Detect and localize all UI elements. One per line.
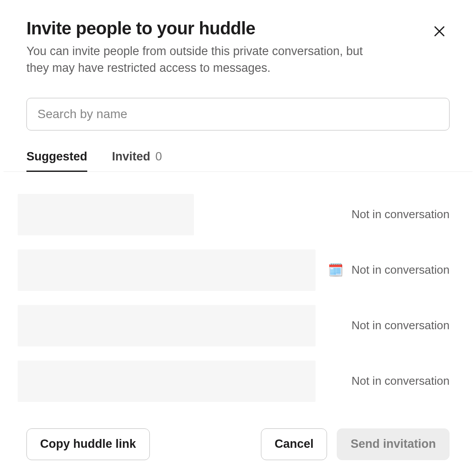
user-placeholder <box>18 194 194 235</box>
tab-invited-count: 0 <box>156 150 162 163</box>
invite-modal: Invite people to your huddle You can inv… <box>0 0 476 476</box>
row-right: Not in conversation <box>343 208 450 221</box>
status-text: Not in conversation <box>351 208 450 221</box>
suggested-row[interactable]: 🗓️ Not in conversation <box>18 249 450 291</box>
user-placeholder <box>18 305 316 346</box>
status-text: Not in conversation <box>351 374 450 388</box>
suggested-row[interactable]: Not in conversation <box>18 194 450 235</box>
modal-title: Invite people to your huddle <box>26 19 388 38</box>
modal-header: Invite people to your huddle You can inv… <box>26 19 450 77</box>
modal-footer: Copy huddle link Cancel Send invitation <box>26 427 450 460</box>
copy-link-button[interactable]: Copy huddle link <box>26 428 150 460</box>
close-button[interactable] <box>429 21 450 41</box>
status-text: Not in conversation <box>351 263 450 277</box>
search-input[interactable] <box>26 98 450 130</box>
row-right: Not in conversation <box>343 319 450 332</box>
cancel-button[interactable]: Cancel <box>261 428 327 460</box>
modal-subtitle: You can invite people from outside this … <box>26 43 388 77</box>
status-text: Not in conversation <box>351 319 450 332</box>
send-invitation-button[interactable]: Send invitation <box>337 428 450 460</box>
close-icon <box>433 25 446 38</box>
user-placeholder <box>18 249 316 291</box>
calendar-icon: 🗓️ <box>328 264 343 276</box>
tab-suggested[interactable]: Suggested <box>26 148 87 171</box>
row-right: 🗓️ Not in conversation <box>328 263 450 277</box>
tab-invited[interactable]: Invited 0 <box>112 148 162 171</box>
suggested-row[interactable]: Not in conversation <box>18 361 450 402</box>
tab-invited-label: Invited <box>112 150 150 163</box>
suggested-list: Not in conversation 🗓️ Not in conversati… <box>18 194 450 402</box>
tab-suggested-label: Suggested <box>26 150 87 163</box>
footer-right: Cancel Send invitation <box>261 428 450 460</box>
tabs: Suggested Invited 0 <box>4 148 472 172</box>
user-placeholder <box>18 361 316 402</box>
suggested-row[interactable]: Not in conversation <box>18 305 450 346</box>
search-wrap <box>26 98 450 130</box>
row-right: Not in conversation <box>343 374 450 388</box>
header-text: Invite people to your huddle You can inv… <box>26 19 388 77</box>
